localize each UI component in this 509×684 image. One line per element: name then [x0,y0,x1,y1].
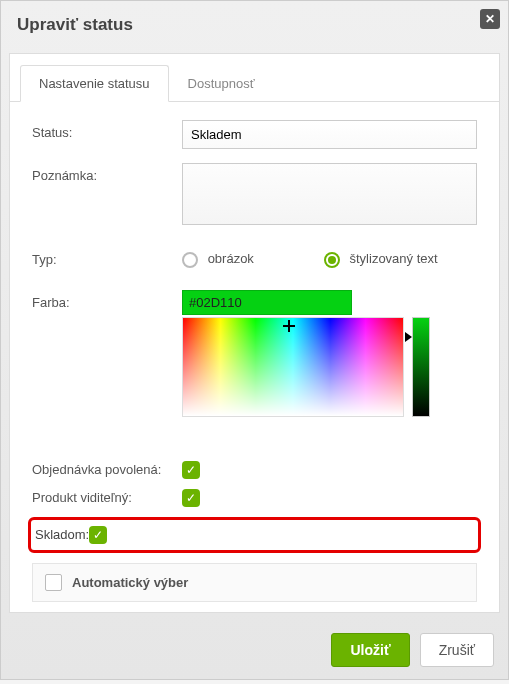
highlight-in-stock: Skladom: ✓ [28,517,481,553]
row-product-visible: Produkt viditeľný: ✓ [32,489,477,507]
order-allowed-label: Objednávka povolená: [32,462,182,477]
triangle-icon [405,332,412,342]
cancel-button[interactable]: Zrušiť [420,633,494,667]
status-input[interactable] [182,120,477,149]
saturation-value-panel[interactable] [182,317,404,417]
auto-select-checkbox[interactable] [45,574,62,591]
dialog-footer: Uložiť Zrušiť [1,621,508,679]
type-styled-option[interactable]: štylizovaný text [324,251,438,268]
edit-status-dialog: Upraviť status ✕ Nastavenie statusu Dost… [0,0,509,680]
check-icon: ✓ [93,528,103,542]
color-label: Farba: [32,290,182,310]
color-hex-display[interactable]: #02D110 [182,290,352,315]
row-status: Status: [32,120,477,149]
radio-icon [324,252,340,268]
type-label: Typ: [32,247,182,267]
radio-icon [182,252,198,268]
status-label: Status: [32,120,182,140]
dialog-header: Upraviť status ✕ [1,1,508,45]
type-styled-label: štylizovaný text [350,251,438,266]
close-button[interactable]: ✕ [480,9,500,29]
note-label: Poznámka: [32,163,182,183]
order-allowed-checkbox[interactable]: ✓ [182,461,200,479]
in-stock-label: Skladom: [31,527,89,542]
tab-settings[interactable]: Nastavenie statusu [20,65,169,102]
product-visible-label: Produkt viditeľný: [32,490,182,505]
row-order-allowed: Objednávka povolená: ✓ [32,461,477,479]
type-radio-group: obrázok štylizovaný text [182,247,477,268]
tabs: Nastavenie statusu Dostupnosť [10,54,499,102]
close-icon: ✕ [485,12,495,26]
dialog-body: Nastavenie statusu Dostupnosť Status: Po… [9,53,500,613]
type-image-label: obrázok [208,251,254,266]
type-image-option[interactable]: obrázok [182,251,254,268]
check-icon: ✓ [186,491,196,505]
tab-availability[interactable]: Dostupnosť [169,65,274,102]
auto-select-label: Automatický výber [72,575,188,590]
lightness-bar[interactable] [412,317,430,417]
row-auto-select: Automatický výber [32,563,477,602]
in-stock-checkbox[interactable]: ✓ [89,526,107,544]
note-textarea[interactable] [182,163,477,225]
white-gradient [183,318,403,416]
color-picker [182,317,477,417]
product-visible-checkbox[interactable]: ✓ [182,489,200,507]
row-color: Farba: #02D110 [32,290,477,417]
form: Status: Poznámka: Typ: obrázok [10,102,499,602]
save-button[interactable]: Uložiť [331,633,409,667]
check-icon: ✓ [186,463,196,477]
row-note: Poznámka: [32,163,477,225]
row-type: Typ: obrázok štylizovaný text [32,247,477,268]
dialog-title: Upraviť status [17,15,133,34]
